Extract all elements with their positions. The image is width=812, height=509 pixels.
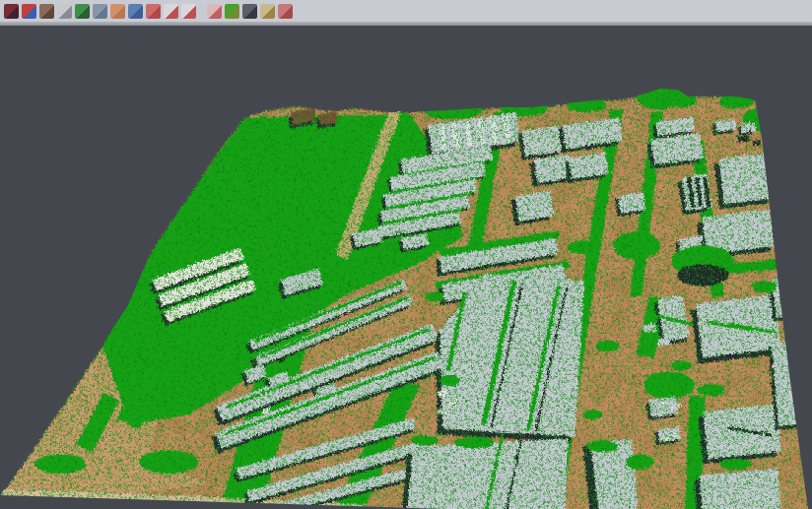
flag-small-red-icon[interactable] [278,4,293,19]
circle-red-icon[interactable] [164,4,178,19]
globe-blue-icon[interactable] [128,4,143,19]
3d-viewport[interactable] [0,0,812,509]
layers-red-icon[interactable] [146,4,161,19]
select-red-icon[interactable] [181,4,196,19]
dataset-red-icon[interactable] [4,4,19,19]
measure-yellow-icon[interactable] [260,4,275,19]
application-window [0,0,812,509]
terrain-green-icon[interactable] [75,4,90,19]
panel-blue-icon[interactable] [93,4,107,19]
classify-green-icon[interactable] [225,4,239,19]
sphere-dark-icon[interactable] [242,4,257,19]
toolbar [0,0,812,22]
points-gray-icon[interactable] [57,4,72,19]
arrows-red-blue-icon[interactable] [22,4,36,19]
ortho-orange-icon[interactable] [110,4,125,19]
terrain-brown-icon[interactable] [39,4,54,19]
point-cloud-scene [0,0,812,509]
grid-red-icon[interactable] [207,4,222,19]
